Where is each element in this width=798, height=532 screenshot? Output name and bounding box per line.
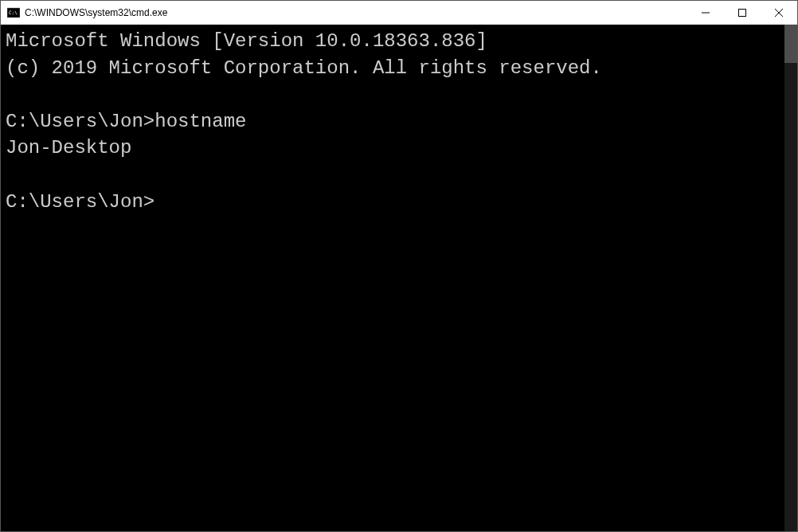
- terminal-output-line: Jon-Desktop: [6, 135, 780, 162]
- terminal-copyright-line: (c) 2019 Microsoft Corporation. All righ…: [6, 55, 780, 82]
- svg-text:C:\: C:\: [9, 10, 18, 15]
- terminal-content[interactable]: Microsoft Windows [Version 10.0.18363.83…: [1, 25, 784, 531]
- window-title: C:\WINDOWS\system32\cmd.exe: [25, 7, 687, 18]
- close-icon: [775, 9, 783, 17]
- vertical-scrollbar[interactable]: [784, 25, 797, 531]
- terminal-header-line: Microsoft Windows [Version 10.0.18363.83…: [6, 28, 780, 55]
- scrollbar-thumb[interactable]: [784, 25, 797, 63]
- window-controls: [687, 1, 797, 24]
- terminal-command: hostname: [155, 111, 246, 132]
- minimize-button[interactable]: [687, 1, 724, 24]
- terminal-blank-line: [6, 81, 780, 108]
- terminal-blank-line: [6, 162, 780, 189]
- svg-rect-3: [739, 9, 746, 16]
- cmd-icon: C:\: [7, 6, 20, 19]
- minimize-icon: [702, 9, 710, 17]
- terminal-active-prompt-line: C:\Users\Jon>: [6, 189, 780, 216]
- terminal-prompt: C:\Users\Jon>: [6, 111, 155, 132]
- window-titlebar[interactable]: C:\ C:\WINDOWS\system32\cmd.exe: [1, 1, 797, 25]
- terminal-prompt: C:\Users\Jon>: [6, 191, 155, 213]
- terminal-command-line: C:\Users\Jon>hostname: [6, 108, 780, 135]
- maximize-icon: [738, 9, 746, 17]
- maximize-button[interactable]: [724, 1, 761, 24]
- close-button[interactable]: [761, 1, 797, 24]
- terminal-area[interactable]: Microsoft Windows [Version 10.0.18363.83…: [1, 25, 797, 531]
